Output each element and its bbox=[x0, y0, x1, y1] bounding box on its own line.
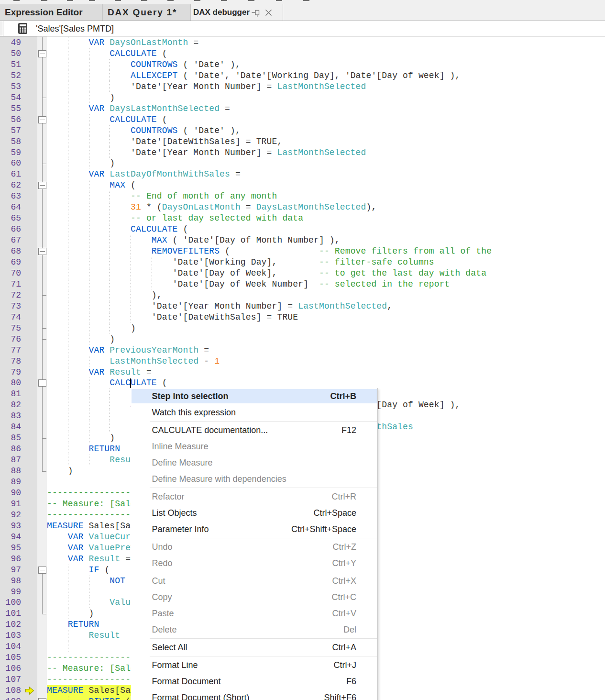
code-line[interactable]: 67 MAX ( 'Date'[Day of Month Number] ), bbox=[0, 235, 605, 246]
menu-item-format-document[interactable]: Format DocumentF6 bbox=[131, 673, 378, 689]
fold-collapse-box[interactable] bbox=[38, 182, 46, 189]
tab-dax-query-1-[interactable]: DAX Query 1* bbox=[103, 4, 190, 21]
line-number: 106 bbox=[0, 663, 21, 674]
line-number: 107 bbox=[0, 674, 21, 685]
menu-item-step-into-selection[interactable]: Step into selectionCtrl+B bbox=[131, 388, 378, 404]
code-line[interactable]: 59 'Date'[Year Month Number] = LastMonth… bbox=[0, 147, 605, 158]
clipped-menu-text-artifact bbox=[303, 0, 309, 1]
line-number: 104 bbox=[0, 641, 21, 652]
code-line[interactable]: 62 MAX ( bbox=[0, 180, 605, 191]
code-text: COUNTROWS ( 'Date' ), bbox=[47, 59, 241, 70]
code-line[interactable]: 56 CALCULATE ( bbox=[0, 114, 605, 125]
code-line[interactable]: 72 ), bbox=[0, 290, 605, 301]
code-line[interactable]: 63 -- End of month of any month bbox=[0, 191, 605, 202]
code-text: ) bbox=[47, 334, 115, 345]
line-number: 78 bbox=[0, 356, 21, 367]
code-line[interactable]: 55 VAR DaysLastMonthSelected = bbox=[0, 103, 605, 114]
line-number: 82 bbox=[0, 400, 21, 411]
code-line[interactable]: 60 ) bbox=[0, 158, 605, 169]
code-line[interactable]: 75 ) bbox=[0, 323, 605, 334]
fold-collapse-box[interactable] bbox=[38, 379, 46, 387]
clipped-menu-text-artifact bbox=[248, 0, 254, 1]
line-number: 102 bbox=[0, 619, 21, 630]
line-number: 83 bbox=[0, 411, 21, 422]
clipped-menu-text-artifact bbox=[141, 0, 147, 1]
menu-item-label: Undo bbox=[152, 539, 173, 555]
code-line[interactable]: 61 VAR LastDayOfMonthWithSales = bbox=[0, 169, 605, 180]
code-line[interactable]: 65 -- or last day selected with data bbox=[0, 213, 605, 224]
clipped-menu-text-artifact bbox=[221, 0, 227, 1]
line-number: 55 bbox=[0, 103, 21, 114]
menu-item-watch-this-expression[interactable]: Watch this expression bbox=[131, 404, 378, 421]
menu-item-redo: RedoCtrl+Y bbox=[131, 555, 378, 571]
fold-collapse-box[interactable] bbox=[38, 50, 46, 57]
menu-item-format-line[interactable]: Format LineCtrl+J bbox=[131, 657, 378, 673]
tab-expression-editor[interactable]: Expression Editor bbox=[0, 4, 102, 21]
menu-item-inline-measure: Inline Measure bbox=[131, 438, 378, 455]
context-menu: Step into selectionCtrl+BWatch this expr… bbox=[131, 388, 378, 700]
tab-dax-debugger[interactable]: DAX debugger bbox=[191, 4, 283, 21]
code-line[interactable]: 80 CALCULATE ( bbox=[0, 378, 605, 389]
code-line[interactable]: 77 VAR PreviousYearMonth = bbox=[0, 345, 605, 356]
code-line[interactable]: 69 'Date'[Working Day], -- filter-safe c… bbox=[0, 257, 605, 268]
menu-item-list-objects[interactable]: List ObjectsCtrl+Space bbox=[131, 505, 378, 521]
code-line[interactable]: 76 ) bbox=[0, 334, 605, 345]
code-text: CALCULATE ( bbox=[47, 378, 167, 389]
line-number: 49 bbox=[0, 37, 21, 48]
code-line[interactable]: 49 VAR DaysOnLastMonth = bbox=[0, 37, 605, 48]
code-line[interactable]: 64 31 * (DaysOnLastMonth = DaysLastMonth… bbox=[0, 202, 605, 213]
code-text: ) bbox=[47, 466, 73, 477]
line-number: 73 bbox=[0, 301, 21, 312]
code-line[interactable]: 57 COUNTROWS ( 'Date' ), bbox=[0, 125, 605, 136]
code-text: 'Date'[Day of Week Number] -- selected i… bbox=[47, 279, 450, 290]
code-line[interactable]: 79 VAR Result = bbox=[0, 367, 605, 378]
code-line[interactable]: 58 'Date'[DateWithSales] = TRUE, bbox=[0, 136, 605, 147]
menu-item-shortcut: F12 bbox=[341, 422, 356, 438]
clipped-menu-text-artifact bbox=[13, 0, 20, 1]
menu-item-shortcut: Ctrl+B bbox=[330, 388, 356, 404]
indent-guide bbox=[68, 641, 68, 652]
line-number: 79 bbox=[0, 367, 21, 378]
code-line[interactable]: 78 LastMonthSelected - 1 bbox=[0, 356, 605, 367]
line-number: 94 bbox=[0, 532, 21, 543]
code-text: ) bbox=[47, 608, 94, 619]
fold-collapse-box[interactable] bbox=[38, 116, 46, 123]
code-line[interactable]: 68 REMOVEFILTERS ( -- Remove filters fro… bbox=[0, 246, 605, 257]
code-line[interactable]: 52 ALLEXCEPT ( 'Date', 'Date'[Working Da… bbox=[0, 70, 605, 81]
menu-item-calculate-documentation-[interactable]: CALCULATE documentation...F12 bbox=[131, 422, 378, 438]
menu-item-shortcut: Ctrl+V bbox=[332, 605, 356, 622]
line-number: 99 bbox=[0, 587, 21, 598]
menu-item-define-measure-with-dependencies: Define Measure with dependencies bbox=[131, 471, 378, 487]
code-line[interactable]: 54 ) bbox=[0, 92, 605, 103]
line-number: 62 bbox=[0, 180, 21, 191]
line-number: 80 bbox=[0, 378, 21, 389]
menu-item-label: Inline Measure bbox=[152, 438, 209, 455]
line-number: 109 bbox=[0, 696, 21, 700]
code-line[interactable]: 66 CALCULATE ( bbox=[0, 224, 605, 235]
fold-collapse-box[interactable] bbox=[38, 698, 46, 700]
code-line[interactable]: 70 'Date'[Day of Week], -- to get the la… bbox=[0, 268, 605, 279]
menu-item-parameter-info[interactable]: Parameter InfoCtrl+Shift+Space bbox=[131, 521, 378, 537]
menu-item-select-all[interactable]: Select AllCtrl+A bbox=[131, 639, 378, 656]
indent-guide bbox=[68, 587, 68, 598]
code-line[interactable]: 73 'Date'[Year Month Number] = LastMonth… bbox=[0, 301, 605, 312]
menu-item-label: Copy bbox=[152, 589, 172, 605]
pin-icon[interactable] bbox=[252, 9, 260, 17]
code-line[interactable]: 51 COUNTROWS ( 'Date' ), bbox=[0, 59, 605, 70]
code-line[interactable]: 74 'Date'[DateWithSales] = TRUE bbox=[0, 312, 605, 323]
code-line[interactable]: 53 'Date'[Year Month Number] = LastMonth… bbox=[0, 81, 605, 92]
menu-item-delete: DeleteDel bbox=[131, 622, 378, 638]
code-text: VAR DaysOnLastMonth = bbox=[47, 37, 198, 48]
menu-item-shortcut: Ctrl+C bbox=[331, 589, 356, 605]
line-number: 72 bbox=[0, 290, 21, 301]
close-icon[interactable] bbox=[265, 9, 272, 16]
line-number: 70 bbox=[0, 268, 21, 279]
menu-item-label: Step into selection bbox=[152, 388, 229, 404]
code-text: 'Date'[DateWithSales] = TRUE bbox=[47, 312, 298, 323]
code-line[interactable]: 71 'Date'[Day of Week Number] -- selecte… bbox=[0, 279, 605, 290]
code-line[interactable]: 50 CALCULATE ( bbox=[0, 48, 605, 59]
fold-collapse-box[interactable] bbox=[38, 567, 46, 574]
menu-item-format-document-short-[interactable]: Format Document (Short)Shift+F6 bbox=[131, 689, 378, 700]
fold-end-tick bbox=[42, 614, 46, 614]
fold-collapse-box[interactable] bbox=[38, 248, 46, 255]
